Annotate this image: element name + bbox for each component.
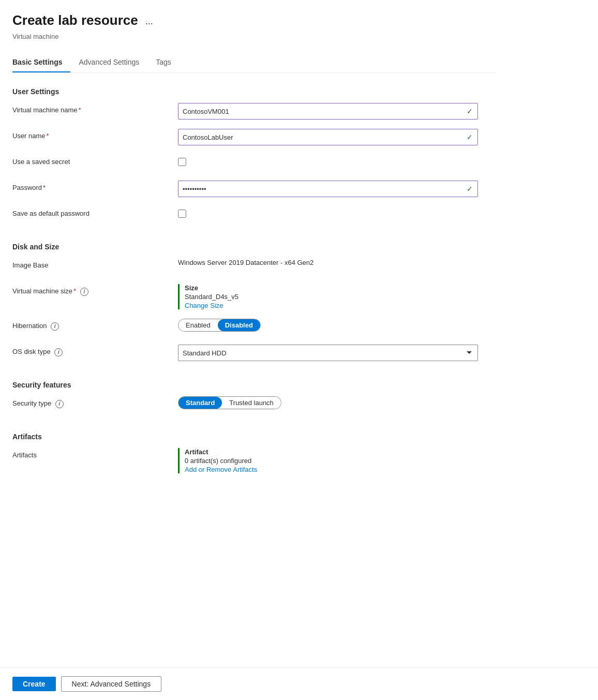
- artifact-block: Artifact 0 artifact(s) configured Add or…: [178, 448, 497, 473]
- disk-size-title: Disk and Size: [12, 243, 497, 251]
- vm-size-control: Size Standard_D4s_v5 Change Size: [178, 284, 497, 309]
- os-disk-type-control: Standard HDD Standard SSD Premium SSD: [178, 345, 497, 361]
- os-disk-type-select[interactable]: Standard HDD Standard SSD Premium SSD: [178, 345, 478, 361]
- hibernation-row: Hibernation i Enabled Disabled: [12, 319, 497, 335]
- saved-secret-label: Use a saved secret: [12, 155, 178, 166]
- size-block: Size Standard_D4s_v5 Change Size: [178, 284, 497, 309]
- next-advanced-settings-button[interactable]: Next: Advanced Settings: [61, 676, 162, 692]
- save-default-password-control: [178, 206, 497, 219]
- hibernation-disabled-btn[interactable]: Disabled: [218, 319, 260, 331]
- artifacts-row: Artifacts Artifact 0 artifact(s) configu…: [12, 448, 497, 473]
- save-default-password-row: Save as default password: [12, 206, 497, 223]
- security-type-label: Security type i: [12, 396, 178, 408]
- saved-secret-control: [178, 155, 497, 168]
- os-disk-type-row: OS disk type i Standard HDD Standard SSD…: [12, 345, 497, 361]
- image-base-value: Windows Server 2019 Datacenter - x64 Gen…: [178, 258, 497, 266]
- hibernation-info-icon[interactable]: i: [51, 322, 59, 331]
- user-name-row: User name* ✓: [12, 129, 497, 145]
- size-block-label: Size: [185, 284, 497, 292]
- hibernation-control: Enabled Disabled: [178, 319, 497, 332]
- password-input-wrapper: ✓: [178, 181, 478, 197]
- vm-name-row: Virtual machine name* ✓: [12, 103, 497, 120]
- saved-secret-row: Use a saved secret: [12, 155, 497, 171]
- password-row: Password* ✓: [12, 181, 497, 197]
- vm-name-input-wrapper: ✓: [178, 103, 478, 120]
- hibernation-toggle-group: Enabled Disabled: [178, 319, 261, 332]
- security-type-row: Security type i Standard Trusted launch: [12, 396, 497, 413]
- vm-name-control: ✓: [178, 103, 497, 120]
- password-check-icon: ✓: [467, 185, 473, 193]
- image-base-label: Image Base: [12, 258, 178, 269]
- user-name-input[interactable]: [178, 129, 478, 145]
- save-default-password-checkbox[interactable]: [178, 210, 186, 218]
- ellipsis-button[interactable]: ...: [142, 15, 156, 28]
- security-type-toggle-group: Standard Trusted launch: [178, 396, 281, 409]
- saved-secret-checkbox[interactable]: [178, 158, 186, 166]
- user-settings-title: User Settings: [12, 87, 497, 96]
- user-name-check-icon: ✓: [467, 133, 473, 141]
- size-block-value: Standard_D4s_v5: [185, 293, 497, 301]
- vm-size-row: Virtual machine size* i Size Standard_D4…: [12, 284, 497, 309]
- vm-name-input[interactable]: [178, 103, 478, 120]
- artifacts-control: Artifact 0 artifact(s) configured Add or…: [178, 448, 497, 473]
- artifact-count: 0 artifact(s) configured: [185, 457, 497, 465]
- os-disk-type-info-icon[interactable]: i: [54, 348, 63, 356]
- page-subtitle: Virtual machine: [12, 33, 497, 40]
- vm-size-label: Virtual machine size* i: [12, 284, 178, 296]
- user-name-input-wrapper: ✓: [178, 129, 478, 145]
- security-type-info-icon[interactable]: i: [55, 400, 64, 408]
- vm-name-label: Virtual machine name*: [12, 103, 178, 114]
- security-features-title: Security features: [12, 381, 497, 389]
- artifacts-title: Artifacts: [12, 433, 497, 441]
- hibernation-enabled-btn[interactable]: Enabled: [178, 319, 218, 331]
- image-base-row: Image Base Windows Server 2019 Datacente…: [12, 258, 497, 275]
- security-type-trusted-btn[interactable]: Trusted launch: [222, 397, 281, 409]
- os-disk-type-label: OS disk type i: [12, 345, 178, 356]
- tab-advanced-settings[interactable]: Advanced Settings: [79, 53, 147, 72]
- hibernation-label: Hibernation i: [12, 319, 178, 331]
- tabs-container: Basic Settings Advanced Settings Tags: [12, 53, 497, 73]
- user-name-control: ✓: [178, 129, 497, 145]
- tab-tags[interactable]: Tags: [156, 53, 180, 72]
- vm-size-info-icon[interactable]: i: [80, 288, 88, 296]
- user-name-label: User name*: [12, 129, 178, 140]
- password-input[interactable]: [178, 181, 478, 197]
- bottom-bar: Create Next: Advanced Settings: [0, 667, 598, 700]
- vm-name-check-icon: ✓: [467, 107, 473, 115]
- create-button[interactable]: Create: [12, 677, 56, 691]
- save-default-password-label: Save as default password: [12, 206, 178, 217]
- artifacts-label: Artifacts: [12, 448, 178, 459]
- security-type-control: Standard Trusted launch: [178, 396, 497, 409]
- add-remove-artifacts-link[interactable]: Add or Remove Artifacts: [185, 466, 257, 473]
- page-title: Create lab resource: [12, 12, 138, 28]
- password-label: Password*: [12, 181, 178, 191]
- security-type-standard-btn[interactable]: Standard: [178, 397, 222, 409]
- change-size-link[interactable]: Change Size: [185, 302, 223, 309]
- password-control: ✓: [178, 181, 497, 197]
- artifact-block-label: Artifact: [185, 448, 497, 456]
- tab-basic-settings[interactable]: Basic Settings: [12, 53, 70, 72]
